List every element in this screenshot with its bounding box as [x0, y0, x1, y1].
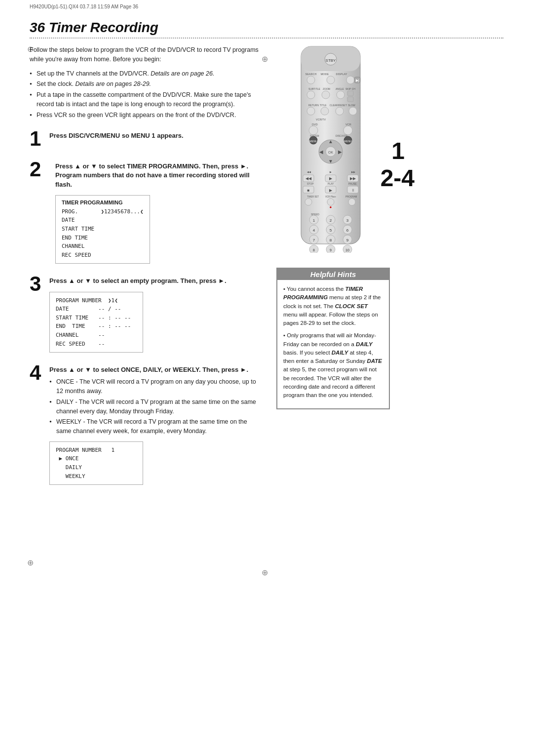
- crosshair-botleft: [27, 558, 36, 567]
- screen-3-row-6: REC SPEED --: [56, 340, 137, 349]
- intro-bullets: Set up the TV channels at the DVD/VCR. D…: [30, 69, 262, 120]
- left-column: Follow the steps below to program the VC…: [30, 45, 262, 495]
- step-2: 2 Press ▲ or ▼ to select TIMER PROGRAMMI…: [30, 159, 262, 264]
- svg-text:7: 7: [313, 238, 315, 242]
- bullet-4: Press VCR so the green VCR light appears…: [30, 111, 262, 120]
- screen-2-row-2: DATE: [62, 216, 144, 225]
- svg-point-16: [307, 91, 315, 99]
- svg-text:10: 10: [345, 248, 349, 252]
- step-2-content: Press ▲ or ▼ to select TIMER PROGRAMMING…: [55, 159, 262, 264]
- svg-text:STBY: STBY: [326, 58, 337, 63]
- screen-2-title: TIMER PROGRAMMING: [62, 199, 144, 205]
- svg-text:5: 5: [330, 228, 332, 233]
- svg-text:1: 1: [313, 218, 315, 223]
- step-3-title: Press ▲ or ▼ to select an empty program.…: [49, 277, 262, 285]
- right-column: STBY SEARCH MODE DISPLAY ▶| SUBTITLE ZOO…: [276, 45, 390, 495]
- svg-point-32: [309, 126, 318, 135]
- svg-text:DISPLAY: DISPLAY: [336, 73, 347, 76]
- svg-point-25: [307, 107, 315, 115]
- svg-text:▶: ▶: [329, 176, 333, 181]
- main-layout: Follow the steps below to program the VC…: [30, 45, 503, 495]
- screen-4-row-4: WEEKLY: [56, 472, 137, 481]
- screen-2-row-4: END TIME: [62, 234, 144, 242]
- svg-text:OK: OK: [328, 151, 333, 154]
- svg-rect-19: [347, 91, 353, 96]
- svg-text:PLAY: PLAY: [328, 182, 334, 185]
- svg-text:ANGLE: ANGLE: [336, 87, 344, 90]
- step-2-title: Press ▲ or ▼ to select TIMER PROGRAMMING…: [55, 162, 262, 189]
- step-1: 1 Press DISC/VCR/MENU so MENU 1 appears.: [30, 128, 262, 149]
- svg-point-33: [343, 126, 352, 135]
- step-3-screen: PROGRAM NUMBER ❯1❮ DATE -- / -- START TI…: [49, 292, 143, 353]
- svg-text:VCR Plus+: VCR Plus+: [325, 196, 337, 198]
- svg-text:SKIP CH: SKIP CH: [345, 87, 355, 90]
- step-4-number: 4: [30, 362, 43, 383]
- svg-text:9: 9: [346, 238, 349, 242]
- screen-3-row-4: END TIME -- : -- --: [56, 322, 137, 331]
- screen-4-row-3: DAILY: [56, 463, 137, 472]
- step-3-number: 3: [30, 274, 43, 294]
- svg-text:STOP: STOP: [307, 182, 314, 185]
- svg-text:▶▶: ▶▶: [351, 170, 355, 173]
- svg-text:▲: ▲: [328, 139, 333, 144]
- page-content: 36 Timer Recording Follow the steps belo…: [30, 20, 503, 495]
- svg-text:◀◀: ◀◀: [305, 176, 312, 181]
- step-3-content: Press ▲ or ▼ to select an empty program.…: [49, 274, 262, 353]
- step-1-number: 1: [30, 128, 43, 149]
- svg-text:▶: ▶: [338, 149, 342, 155]
- title-rule: [30, 38, 503, 39]
- svg-text:6: 6: [346, 228, 349, 233]
- screen-2-row-5: CHANNEL: [62, 242, 144, 251]
- bullet-1: Set up the TV channels at the DVD/VCR. D…: [30, 69, 262, 79]
- svg-text:VCR/TV: VCR/TV: [316, 118, 326, 121]
- svg-text:▼: ▼: [328, 159, 333, 164]
- remote-wrapper: STBY SEARCH MODE DISPLAY ▶| SUBTITLE ZOO…: [286, 45, 390, 254]
- svg-text:▶: ▶: [329, 188, 333, 193]
- svg-point-8: [327, 76, 335, 84]
- step-2-number: 2: [30, 159, 49, 180]
- screen-2-row-6: REC SPEED: [62, 251, 144, 260]
- svg-text:▶|: ▶|: [356, 79, 359, 82]
- step-callout-1: 1: [391, 139, 405, 163]
- svg-point-69: [327, 199, 334, 205]
- svg-text:DVD: DVD: [312, 123, 318, 126]
- page-title: 36 Timer Recording: [30, 20, 503, 36]
- svg-text:MODE: MODE: [321, 73, 329, 76]
- screen-4-row-2: ▶ ONCE: [56, 454, 137, 463]
- svg-text:▶: ▶: [330, 170, 332, 173]
- svg-text:VCR: VCR: [345, 123, 351, 126]
- svg-text:CLEAR/RESET: CLEAR/RESET: [330, 104, 347, 107]
- svg-text:ZOOM: ZOOM: [323, 87, 330, 90]
- svg-text:MENU: MENU: [344, 140, 352, 143]
- svg-rect-20: [347, 97, 353, 102]
- hints-title: Helpful Hints: [277, 269, 389, 280]
- hint-2: • Only programs that will air Monday-Fri…: [283, 331, 383, 399]
- svg-text:TITLE: TITLE: [320, 104, 327, 107]
- svg-point-70: [348, 199, 355, 205]
- svg-text:SEARCH: SEARCH: [305, 73, 317, 76]
- svg-text:8: 8: [313, 248, 315, 252]
- svg-text:9: 9: [330, 248, 332, 252]
- helpful-hints-box: Helpful Hints • You cannot access the TI…: [276, 268, 390, 409]
- intro-text: Follow the steps below to program the VC…: [30, 45, 262, 64]
- step-4-content: Press ▲ or ▼ to select ONCE, DAILY, or W…: [49, 362, 262, 485]
- screen-3-row-1: PROGRAM NUMBER ❯1❮: [56, 296, 137, 305]
- step-4-screen: PROGRAM NUMBER 1 ▶ ONCE DAILY WEEKLY: [49, 441, 143, 485]
- screen-3-row-5: CHANNEL --: [56, 331, 137, 340]
- step-callout-24: 2-4: [381, 166, 415, 190]
- step-4: 4 Press ▲ or ▼ to select ONCE, DAILY, or…: [30, 362, 262, 485]
- svg-text:PAUSE: PAUSE: [348, 182, 357, 185]
- screen-2-row-3: START TIME: [62, 225, 144, 234]
- step4-bullet-daily: DAILY - The VCR will record a TV program…: [49, 398, 262, 416]
- screen-2-row-1: PROG. ❯12345678...❮: [62, 207, 144, 216]
- step-4-bullets: ONCE - The VCR will record a TV program …: [49, 377, 262, 436]
- svg-text:MENU: MENU: [309, 140, 317, 143]
- crosshair-botmid: [262, 568, 270, 577]
- svg-text:SUBTITLE: SUBTITLE: [308, 87, 321, 90]
- svg-point-7: [307, 76, 315, 84]
- screen-4-row-1: PROGRAM NUMBER 1: [56, 446, 137, 455]
- svg-point-17: [322, 91, 330, 99]
- svg-text:◀: ◀: [319, 149, 323, 155]
- step4-bullet-weekly: WEEKLY - The VCR will record a TV progra…: [49, 417, 262, 436]
- bullet-3: Put a tape in the cassette compartment o…: [30, 90, 262, 109]
